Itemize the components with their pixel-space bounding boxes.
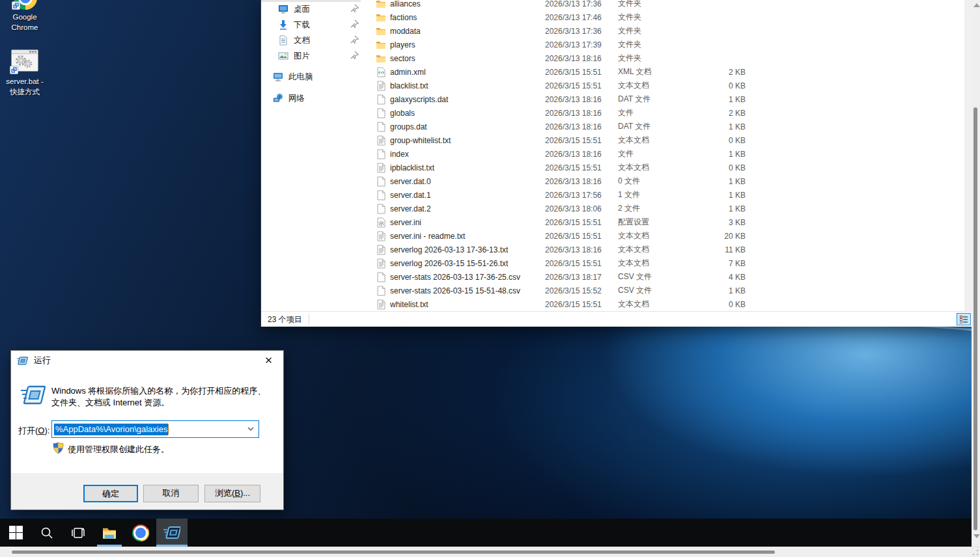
sidebar-item-label: 图片 <box>294 51 310 62</box>
viewer-vertical-scrollbar[interactable] <box>972 0 980 547</box>
file-row[interactable]: server.dat.02026/3/13 18:160 文件1 KB <box>372 174 966 188</box>
file-row[interactable]: admin.xml2026/3/15 15:51XML 文档2 KB <box>372 65 966 79</box>
file-row[interactable]: serverlog 2026-03-15 15-51-26.txt2026/3/… <box>372 256 966 270</box>
file-row[interactable]: server.dat.12026/3/13 17:561 文件1 KB <box>372 188 966 202</box>
sidebar-item-label: 下载 <box>294 20 310 31</box>
file-row[interactable]: groups.dat2026/3/13 18:16DAT 文件1 KB <box>372 120 966 133</box>
vertical-scrollbar-thumb[interactable] <box>973 107 977 530</box>
file-row[interactable]: server-stats 2026-03-15 15-51-48.csv2026… <box>372 284 966 297</box>
chevron-down-icon[interactable] <box>247 425 255 433</box>
desktop-icon-label: server.bat - <box>0 77 49 87</box>
file-row[interactable]: galaxyscripts.dat2026/3/13 18:16DAT 文件1 … <box>372 92 966 106</box>
file-row[interactable]: globals2026/3/13 18:16文件2 KB <box>372 106 966 120</box>
viewer-horizontal-scrollbar[interactable] <box>0 547 980 557</box>
resize-grip[interactable] <box>972 549 979 556</box>
file-row[interactable]: ipblacklist.txt2026/3/15 15:51文本文档0 KB <box>372 161 966 174</box>
file-size: 11 KB <box>695 245 746 254</box>
file-size: 1 KB <box>695 286 746 295</box>
file-row[interactable]: moddata2026/3/13 17:36文件夹 <box>372 24 966 38</box>
file-name: server.dat.2 <box>390 204 545 213</box>
file-type: 1 文件 <box>618 189 695 200</box>
desktop-icon-label: 快捷方式 <box>0 87 49 98</box>
file-size: 7 KB <box>695 259 746 268</box>
sidebar-item-network[interactable]: 网络 <box>261 90 371 106</box>
run-dialog-titlebar[interactable]: 运行 ✕ <box>11 351 283 370</box>
file-type: 文件夹 <box>618 39 695 50</box>
file-date-modified: 2026/3/13 18:16 <box>545 109 618 118</box>
sidebar-item-downloads[interactable]: 下载 <box>261 17 371 33</box>
file-type: 文件夹 <box>618 12 695 23</box>
file-explorer-button[interactable] <box>94 519 125 547</box>
file-row[interactable]: group-whitelist.txt2026/3/15 15:51文本文档0 … <box>372 133 966 147</box>
file-row[interactable]: whitelist.txt2026/3/15 15:51文本文档0 KB <box>372 297 966 311</box>
file-size: 1 KB <box>695 177 746 186</box>
folder-icon <box>376 26 386 36</box>
folder-icon <box>376 12 386 23</box>
cancel-button[interactable]: 取消 <box>143 485 199 502</box>
sidebar-item-desktop[interactable]: 桌面 <box>261 1 371 17</box>
file-size: 0 KB <box>695 136 746 145</box>
file-row[interactable]: players2026/3/13 17:39文件夹 <box>372 38 966 51</box>
file-type: 文本文档 <box>618 244 695 255</box>
file-row[interactable]: index2026/3/13 18:16文件1 KB <box>372 147 966 161</box>
open-combobox[interactable]: %AppData%\Avorion\galaxies <box>51 420 259 438</box>
scroll-down-icon[interactable] <box>973 534 980 538</box>
file-row[interactable]: server.ini - readme.txt2026/3/15 15:51文本… <box>372 229 966 243</box>
search-icon <box>40 526 53 539</box>
close-button[interactable]: ✕ <box>254 351 283 370</box>
file-size: 2 KB <box>695 109 746 118</box>
file-type: 0 文件 <box>618 176 695 187</box>
generic-file-icon <box>376 286 386 296</box>
file-type: 文本文档 <box>618 162 695 173</box>
desktop-icon <box>278 4 288 14</box>
file-size: 3 KB <box>695 218 746 227</box>
file-row[interactable]: blacklist.txt2026/3/15 15:51文本文档0 KB <box>372 79 966 92</box>
horizontal-scrollbar-thumb[interactable] <box>12 550 775 554</box>
sidebar-item-this-pc[interactable]: 此电脑 <box>261 69 371 85</box>
run-dialog-footer: 确定 取消 浏览(B)... <box>11 473 283 509</box>
file-name: moddata <box>390 27 545 36</box>
search-button[interactable] <box>31 519 63 547</box>
file-name: server.ini <box>390 218 545 227</box>
generic-file-icon <box>376 204 386 214</box>
desktop-icon-google-chrome[interactable]: Google Chrome <box>0 0 49 33</box>
folder-icon <box>376 0 386 9</box>
run-icon <box>17 356 28 366</box>
file-name: serverlog 2026-03-15 15-51-26.txt <box>390 259 545 268</box>
file-date-modified: 2026/3/13 18:16 <box>545 150 618 159</box>
run-dialog-button[interactable] <box>156 519 188 547</box>
file-date-modified: 2026/3/13 17:56 <box>545 191 618 200</box>
explorer-scrollbar[interactable] <box>964 0 972 311</box>
file-row[interactable]: serverlog 2026-03-13 17-36-13.txt2026/3/… <box>372 243 966 256</box>
file-type: 文本文档 <box>618 135 695 146</box>
file-date-modified: 2026/3/13 18:16 <box>545 177 618 186</box>
pin-icon <box>350 51 359 60</box>
file-type: DAT 文件 <box>618 94 695 105</box>
sidebar-item-pictures[interactable]: 图片 <box>261 48 371 64</box>
file-name: blacklist.txt <box>390 81 545 90</box>
file-row[interactable]: alliances2026/3/13 17:36文件夹 <box>372 0 966 10</box>
file-row[interactable]: server.dat.22026/3/13 18:062 文件1 KB <box>372 202 966 215</box>
folder-icon <box>376 40 386 50</box>
status-bar-divider <box>309 314 309 325</box>
file-name: globals <box>390 109 545 118</box>
desktop-icon-server-bat[interactable]: server.bat - 快捷方式 <box>0 49 49 97</box>
browse-button[interactable]: 浏览(B)... <box>204 485 260 502</box>
file-type: DAT 文件 <box>618 121 695 132</box>
details-view-button[interactable] <box>957 313 971 325</box>
item-count-label: 23 个项目 <box>268 314 302 325</box>
ok-button[interactable]: 确定 <box>83 485 138 502</box>
file-row[interactable]: sectors2026/3/13 18:16文件夹 <box>372 51 966 65</box>
sidebar-item-documents[interactable]: 文档 <box>261 33 371 48</box>
file-name: players <box>390 40 545 49</box>
xml-file-icon <box>376 67 386 77</box>
task-view-button[interactable] <box>63 519 94 547</box>
open-input-selected-text: %AppData%\Avorion\galaxies <box>54 424 168 435</box>
file-row[interactable]: server-stats 2026-03-13 17-36-25.csv2026… <box>372 270 966 284</box>
desktop-icon-label: Google <box>0 12 49 23</box>
start-button[interactable] <box>0 519 31 547</box>
scroll-up-icon[interactable] <box>973 3 980 7</box>
chrome-button[interactable] <box>125 519 156 547</box>
file-row[interactable]: factions2026/3/13 17:46文件夹 <box>372 10 966 24</box>
file-row[interactable]: server.ini2026/3/15 15:51配置设置3 KB <box>372 215 966 229</box>
